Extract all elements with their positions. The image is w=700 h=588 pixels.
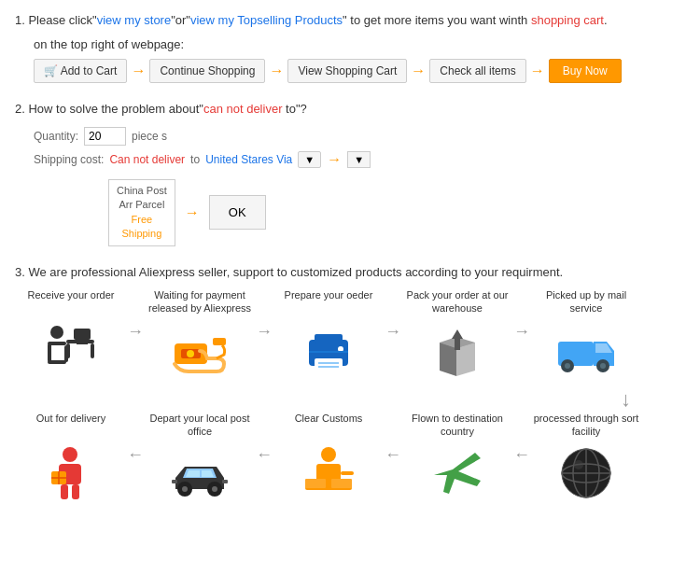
shipping-word: Shipping	[117, 227, 167, 241]
svg-rect-8	[74, 329, 91, 340]
truck-icon	[558, 322, 614, 378]
step-depart-label: Depart your local post office	[144, 412, 256, 440]
svg-rect-21	[309, 351, 348, 353]
china-post-section: China Post Arr Parcel Free Shipping → OK	[34, 172, 685, 246]
text-before-link1: 1. Please click"	[15, 13, 97, 27]
arrow-1: →	[131, 63, 146, 79]
step-payment-label: Waiting for payment released by Aliexpre…	[144, 288, 256, 316]
check-items-button[interactable]: Check all items	[429, 59, 525, 83]
china-post-box: China Post Arr Parcel Free Shipping	[108, 179, 175, 246]
shopping-cart-link[interactable]: shopping cart	[531, 13, 604, 27]
svg-rect-3	[48, 360, 66, 364]
button-row: 🛒 Add to Cart → Continue Shopping → View…	[34, 59, 685, 83]
box-icon	[429, 322, 485, 378]
step-customs-label: Clear Customs	[295, 412, 363, 440]
text-after-links: " to get more items you want winth	[343, 13, 531, 27]
quantity-input[interactable]	[84, 127, 126, 146]
cannot-deliver-text: can not deliver	[203, 102, 283, 116]
view-topselling-link[interactable]: view my Topselling Products	[190, 13, 343, 27]
quantity-row: Quantity: piece s	[34, 127, 685, 146]
subtitle: on the top right of webpage:	[34, 37, 685, 51]
svg-rect-14	[213, 338, 226, 345]
svg-point-57	[574, 460, 583, 469]
svg-marker-23	[440, 343, 456, 376]
svg-rect-6	[66, 343, 70, 358]
printer-icon	[301, 322, 357, 378]
section-1: 1. Please click"view my store"or"view my…	[15, 11, 685, 83]
section-2: 2. How to solve the problem about"can no…	[15, 100, 685, 246]
cart-icon: 🛒	[44, 64, 58, 77]
cannot-deliver-label: Can not deliver	[109, 153, 185, 166]
flow-row-1: Receive your order	[15, 288, 685, 378]
step-sort: processed through sort facility	[530, 412, 642, 501]
flow-arrow-3: →	[385, 322, 401, 342]
step-receive-label: Receive your order	[28, 288, 115, 316]
svg-rect-39	[72, 484, 79, 499]
svg-point-43	[212, 486, 217, 492]
svg-rect-38	[61, 484, 68, 499]
svg-rect-18	[318, 362, 339, 364]
flow-section: Receive your order	[15, 288, 685, 501]
customs-icon	[301, 445, 357, 501]
svg-rect-10	[77, 343, 88, 344]
step-delivery: Out for delivery	[15, 412, 127, 501]
step-prepare: Prepare your oeder	[273, 288, 385, 378]
step-pickup-label: Picked up by mail service	[530, 288, 642, 316]
add-to-cart-button[interactable]: 🛒 Add to Cart	[34, 59, 127, 83]
person-desk-icon	[43, 322, 99, 378]
arrow-3: →	[411, 63, 426, 79]
svg-point-33	[63, 447, 77, 462]
continue-shopping-button[interactable]: Continue Shopping	[149, 59, 265, 83]
period: .	[604, 13, 608, 27]
section-1-title: 1. Please click"view my store"or"view my…	[15, 11, 685, 30]
shipping-row: Shipping cost: Can not deliver to United…	[34, 151, 685, 168]
flow-arrow-1: →	[127, 322, 144, 342]
step-delivery-label: Out for delivery	[36, 412, 106, 440]
arrow-4: →	[530, 63, 545, 79]
via-dropdown[interactable]: ▼	[298, 151, 321, 168]
flow-arrow-4: →	[513, 322, 530, 342]
svg-rect-19	[318, 366, 339, 368]
buy-now-button[interactable]: Buy Now	[549, 59, 622, 83]
plane-icon	[429, 445, 485, 501]
delivery-man-icon	[43, 445, 99, 501]
flow-arrow-down: ↓	[15, 387, 678, 412]
svg-rect-45	[222, 480, 228, 483]
step-payment: Waiting for payment released by Aliexpre…	[144, 288, 256, 378]
step-flight-label: Flown to destination country	[401, 412, 513, 440]
section-3: 3. We are professional Aliexpress seller…	[15, 263, 685, 502]
svg-point-32	[600, 363, 606, 369]
flow-arrow-back-4: ←	[513, 445, 530, 465]
svg-rect-2	[48, 343, 51, 362]
step-pickup: Picked up by mail service	[530, 288, 642, 378]
view-my-store-link[interactable]: view my store	[97, 13, 171, 27]
flow-arrow-back-3: ←	[385, 445, 401, 465]
section-3-title: 3. We are professional Aliexpress seller…	[15, 263, 685, 282]
svg-rect-51	[341, 471, 354, 475]
svg-rect-7	[91, 343, 94, 358]
svg-point-30	[565, 363, 570, 369]
arrow-shipping: →	[327, 151, 342, 168]
svg-point-13	[187, 350, 194, 357]
option-dropdown[interactable]: ▼	[347, 151, 371, 168]
arr-parcel-label: Arr Parcel	[117, 198, 167, 212]
flow-row-2: Out for delivery	[15, 412, 685, 501]
step-prepare-label: Prepare your oeder	[285, 288, 373, 316]
step-flight: Flown to destination country	[401, 412, 513, 501]
section-2-title: 2. How to solve the problem about"can no…	[15, 100, 685, 119]
arrow-china: →	[185, 204, 200, 221]
ok-button[interactable]: OK	[209, 195, 266, 230]
svg-point-0	[50, 326, 63, 339]
via-text: United Stares Via	[205, 153, 292, 166]
svg-rect-50	[331, 479, 352, 488]
svg-rect-44	[172, 480, 177, 483]
piece-label: piece s	[132, 130, 167, 143]
svg-rect-49	[305, 479, 326, 488]
qty-label: Quantity:	[34, 130, 78, 143]
flow-arrow-back-2: ←	[256, 445, 273, 465]
car-icon	[172, 445, 228, 501]
to-text: to	[190, 153, 200, 166]
free-label: Free	[117, 213, 167, 227]
view-cart-button[interactable]: View Shopping Cart	[287, 59, 407, 83]
shipping-label: Shipping cost:	[34, 153, 104, 166]
